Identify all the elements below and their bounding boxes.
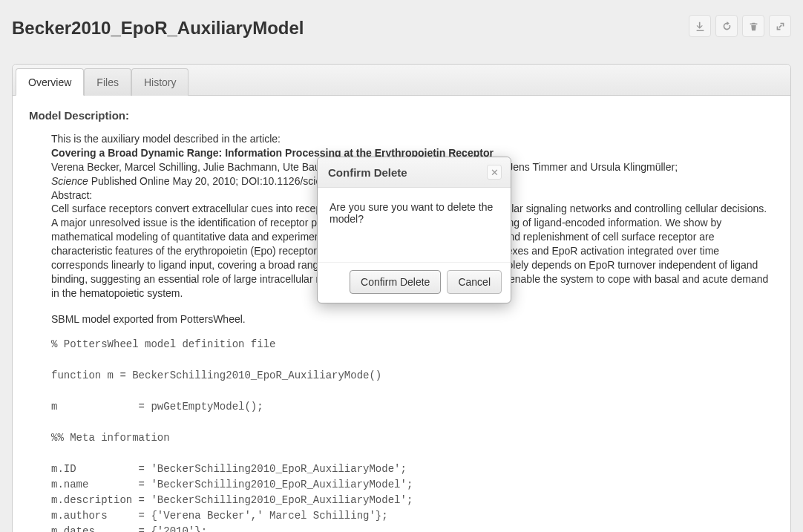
tabs: Overview Files History <box>13 65 790 96</box>
page-title: Becker2010_EpoR_AuxiliaryModel <box>12 18 304 39</box>
trash-icon <box>749 22 758 31</box>
intro-line: This is the auxiliary model described in… <box>51 132 774 146</box>
tab-files[interactable]: Files <box>84 68 131 96</box>
code-block: % PottersWheel model definition file fun… <box>51 337 774 532</box>
link-button[interactable] <box>769 15 791 37</box>
tab-history[interactable]: History <box>131 68 189 96</box>
link-icon <box>776 22 785 31</box>
dialog-close-button[interactable]: ✕ <box>487 165 502 180</box>
dialog-title: Confirm Delete <box>328 166 407 179</box>
toolbar <box>689 15 791 37</box>
refresh-icon <box>722 22 732 31</box>
model-description-heading: Model Description: <box>29 109 774 122</box>
journal-italic: Science <box>51 175 88 187</box>
delete-button[interactable] <box>742 15 764 37</box>
dialog-footer: Confirm Delete Cancel <box>318 262 511 303</box>
export-line: SBML model exported from PottersWheel. <box>51 312 774 326</box>
close-icon: ✕ <box>491 168 499 177</box>
refresh-button[interactable] <box>715 15 738 37</box>
cancel-button[interactable]: Cancel <box>447 270 502 294</box>
confirm-delete-dialog: Confirm Delete ✕ Are you sure you want t… <box>317 157 511 303</box>
confirm-delete-button[interactable]: Confirm Delete <box>350 270 441 294</box>
tab-overview[interactable]: Overview <box>16 68 84 96</box>
download-icon <box>695 22 705 31</box>
download-button[interactable] <box>689 15 711 37</box>
dialog-body: Are you sure you want to delete the mode… <box>318 188 511 262</box>
dialog-header: Confirm Delete ✕ <box>318 157 511 188</box>
